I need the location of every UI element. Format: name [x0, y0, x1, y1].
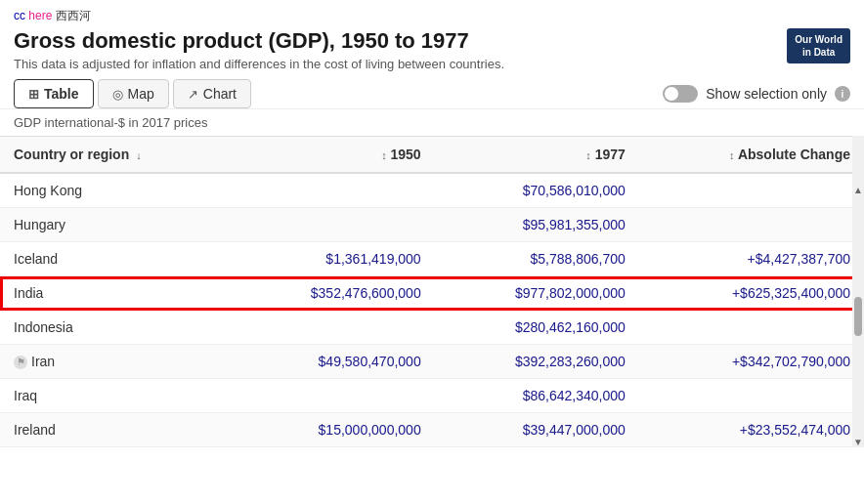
- col-1950-label: 1950: [391, 147, 421, 162]
- cell-country: India: [0, 276, 231, 311]
- cell-1977: $39,447,000,000: [435, 413, 639, 447]
- map-icon: ◎: [112, 87, 123, 102]
- col-country-label: Country or region: [14, 147, 129, 162]
- cell-1950: [231, 311, 435, 345]
- table-row[interactable]: Hungary$95,981,355,000: [0, 208, 864, 242]
- cell-country: Hong Kong: [0, 173, 231, 208]
- info-icon[interactable]: i: [835, 86, 850, 102]
- tabs-row: ⊞ Table ◎ Map ↗ Chart Show selection onl…: [0, 79, 864, 109]
- table-row[interactable]: ⚑Iran$49,580,470,000$392,283,260,000+$34…: [0, 345, 864, 379]
- page-subtitle: This data is adjusted for inflation and …: [14, 57, 504, 71]
- cell-1950: [231, 379, 435, 413]
- scroll-up-arrow[interactable]: ▲: [853, 185, 863, 195]
- cell-1977: $977,802,000,000: [435, 276, 639, 311]
- col-country-sort-icon[interactable]: ↓: [136, 149, 142, 161]
- table-row[interactable]: Hong Kong$70,586,010,000: [0, 173, 864, 208]
- table-row[interactable]: India$352,476,600,000$977,802,000,000+$6…: [0, 276, 864, 311]
- table-row[interactable]: Iceland$1,361,419,000$5,788,806,700+$4,4…: [0, 242, 864, 276]
- table-wrapper: Country or region ↓ ↕ 1950 ↕ 1977 ↕ Abso…: [0, 136, 864, 447]
- cell-country: ⚑Iran: [0, 345, 231, 379]
- col-1977-sort-icon[interactable]: ↕: [585, 149, 591, 161]
- cell-country: Indonesia: [0, 311, 231, 345]
- chart-icon: ↗: [188, 87, 198, 102]
- cell-1977: $392,283,260,000: [435, 345, 639, 379]
- tab-chart[interactable]: ↗ Chart: [173, 79, 251, 108]
- watermark-chinese: 西西河: [52, 9, 90, 22]
- title-row: Gross domestic product (GDP), 1950 to 19…: [14, 28, 850, 71]
- scroll-thumb[interactable]: [854, 297, 862, 336]
- cell-1950: [231, 173, 435, 208]
- table-header-row: Country or region ↓ ↕ 1950 ↕ 1977 ↕ Abso…: [0, 137, 864, 174]
- unit-label: GDP international-$ in 2017 prices: [0, 115, 864, 136]
- watermark: cc here 西西河: [14, 8, 850, 24]
- cell-country: Ireland: [0, 413, 231, 447]
- cell-absolute-change: [639, 208, 864, 242]
- cell-absolute-change: +$23,552,474,000: [639, 413, 864, 447]
- page-title: Gross domestic product (GDP), 1950 to 19…: [14, 28, 504, 54]
- table-row[interactable]: Indonesia$280,462,160,000: [0, 311, 864, 345]
- cell-absolute-change: [639, 173, 864, 208]
- cell-1977: $86,642,340,000: [435, 379, 639, 413]
- cell-1950: $49,580,470,000: [231, 345, 435, 379]
- table-row[interactable]: Ireland$15,000,000,000$39,447,000,000+$2…: [0, 413, 864, 447]
- toggle-row: Show selection only i: [663, 85, 850, 103]
- cell-1950: $15,000,000,000: [231, 413, 435, 447]
- cell-country: Iraq: [0, 379, 231, 413]
- cell-1950: $1,361,419,000: [231, 242, 435, 276]
- col-1950[interactable]: ↕ 1950: [231, 137, 435, 174]
- cell-absolute-change: +$342,702,790,000: [639, 345, 864, 379]
- watermark-here: here: [28, 9, 52, 22]
- cell-1977: $95,981,355,000: [435, 208, 639, 242]
- cell-1950: [231, 208, 435, 242]
- tab-map-label: Map: [128, 86, 154, 102]
- cell-1977: $5,788,806,700: [435, 242, 639, 276]
- cell-absolute-change: [639, 311, 864, 345]
- toggle-label: Show selection only: [706, 86, 827, 102]
- col-change-sort-icon[interactable]: ↕: [729, 149, 735, 161]
- tab-table[interactable]: ⊞ Table: [14, 79, 94, 108]
- watermark-prefix: cc: [14, 9, 28, 22]
- col-1950-sort-icon[interactable]: ↕: [381, 149, 387, 161]
- col-1977-label: 1977: [595, 147, 626, 162]
- table-row[interactable]: Iraq$86,642,340,000: [0, 379, 864, 413]
- tab-chart-label: Chart: [203, 86, 237, 102]
- scrollbar[interactable]: ▲ ▼: [852, 136, 864, 447]
- tab-table-label: Table: [44, 86, 79, 102]
- title-block: Gross domestic product (GDP), 1950 to 19…: [14, 28, 504, 71]
- cell-country: Iceland: [0, 242, 231, 276]
- col-country[interactable]: Country or region ↓: [0, 137, 231, 174]
- cell-1977: $70,586,010,000: [435, 173, 639, 208]
- cell-absolute-change: +$4,427,387,700: [639, 242, 864, 276]
- data-flag-icon: ⚑: [14, 356, 27, 369]
- scroll-down-arrow[interactable]: ▼: [853, 437, 863, 447]
- cell-1950: $352,476,600,000: [231, 276, 435, 311]
- table-body: Hong Kong$70,586,010,000Hungary$95,981,3…: [0, 173, 864, 447]
- cell-absolute-change: [639, 379, 864, 413]
- table-icon: ⊞: [28, 87, 39, 102]
- gdp-table: Country or region ↓ ↕ 1950 ↕ 1977 ↕ Abso…: [0, 136, 864, 447]
- show-selection-toggle[interactable]: [663, 85, 698, 103]
- tab-map[interactable]: ◎ Map: [98, 79, 169, 108]
- cell-1977: $280,462,160,000: [435, 311, 639, 345]
- cell-country: Hungary: [0, 208, 231, 242]
- cell-absolute-change: +$625,325,400,000: [639, 276, 864, 311]
- col-1977[interactable]: ↕ 1977: [435, 137, 639, 174]
- col-change-label: Absolute Change: [738, 147, 850, 162]
- owid-logo: Our Worldin Data: [787, 28, 850, 63]
- col-absolute-change[interactable]: ↕ Absolute Change: [639, 137, 864, 174]
- tab-group: ⊞ Table ◎ Map ↗ Chart: [14, 79, 251, 108]
